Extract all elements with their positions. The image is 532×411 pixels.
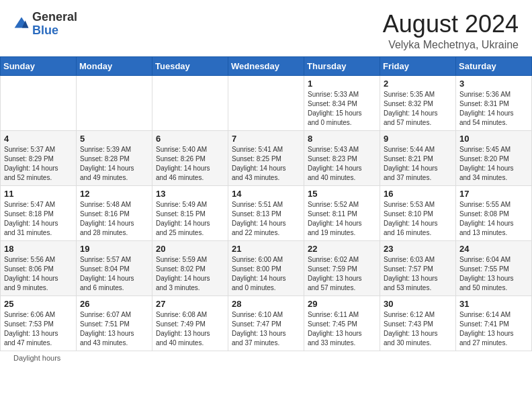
calendar-week-row: 11Sunrise: 5:47 AM Sunset: 8:18 PM Dayli… [1, 185, 532, 240]
calendar-day-cell: 13Sunrise: 5:49 AM Sunset: 8:15 PM Dayli… [152, 185, 228, 240]
calendar-day-cell: 18Sunrise: 5:56 AM Sunset: 8:06 PM Dayli… [1, 240, 77, 295]
day-info: Sunrise: 5:59 AM Sunset: 8:02 PM Dayligh… [156, 255, 224, 293]
calendar-day-cell: 15Sunrise: 5:52 AM Sunset: 8:11 PM Dayli… [304, 185, 380, 240]
day-info: Sunrise: 6:12 AM Sunset: 7:43 PM Dayligh… [384, 310, 452, 348]
day-number: 23 [384, 244, 452, 254]
day-info: Sunrise: 5:48 AM Sunset: 8:16 PM Dayligh… [80, 200, 148, 238]
day-number: 8 [308, 134, 376, 144]
day-info: Sunrise: 5:47 AM Sunset: 8:18 PM Dayligh… [4, 200, 73, 238]
calendar-day-cell: 6Sunrise: 5:40 AM Sunset: 8:26 PM Daylig… [152, 130, 228, 185]
calendar-table: SundayMondayTuesdayWednesdayThursdayFrid… [0, 56, 532, 351]
day-number: 28 [232, 299, 300, 309]
logo-general-text: General [32, 10, 77, 24]
calendar-week-row: 1Sunrise: 5:33 AM Sunset: 8:34 PM Daylig… [1, 75, 532, 130]
day-number: 6 [156, 134, 224, 144]
day-number: 13 [156, 189, 224, 199]
day-info: Sunrise: 5:57 AM Sunset: 8:04 PM Dayligh… [80, 255, 148, 293]
day-number: 26 [80, 299, 148, 309]
day-info: Sunrise: 6:14 AM Sunset: 7:41 PM Dayligh… [459, 310, 528, 348]
day-number: 16 [384, 189, 452, 199]
calendar-day-cell: 19Sunrise: 5:57 AM Sunset: 8:04 PM Dayli… [77, 240, 152, 295]
day-number: 24 [459, 244, 528, 254]
day-info: Sunrise: 5:41 AM Sunset: 8:25 PM Dayligh… [232, 145, 300, 183]
day-number: 17 [459, 189, 528, 199]
calendar-day-header: Monday [77, 56, 152, 75]
day-info: Sunrise: 5:43 AM Sunset: 8:23 PM Dayligh… [308, 145, 376, 183]
calendar-day-cell: 30Sunrise: 6:12 AM Sunset: 7:43 PM Dayli… [380, 295, 456, 351]
day-number: 30 [384, 299, 452, 309]
calendar-day-cell: 21Sunrise: 6:00 AM Sunset: 8:00 PM Dayli… [228, 240, 304, 295]
location-subtitle: Velyka Mechetnya, Ukraine [383, 39, 519, 51]
day-info: Sunrise: 5:44 AM Sunset: 8:21 PM Dayligh… [384, 145, 452, 183]
day-info: Sunrise: 5:55 AM Sunset: 8:08 PM Dayligh… [459, 200, 528, 238]
calendar-day-cell: 8Sunrise: 5:43 AM Sunset: 8:23 PM Daylig… [304, 130, 380, 185]
calendar-header-row: SundayMondayTuesdayWednesdayThursdayFrid… [1, 56, 532, 75]
logo-icon [13, 16, 30, 32]
day-number: 9 [384, 134, 452, 144]
calendar-day-cell: 1Sunrise: 5:33 AM Sunset: 8:34 PM Daylig… [304, 75, 380, 130]
page-header: General Blue August 2024 Velyka Mechetny… [0, 0, 532, 56]
day-number: 22 [308, 244, 376, 254]
day-number: 11 [4, 189, 73, 199]
day-info: Sunrise: 6:04 AM Sunset: 7:55 PM Dayligh… [459, 255, 528, 293]
day-info: Sunrise: 6:11 AM Sunset: 7:45 PM Dayligh… [308, 310, 376, 348]
calendar-day-header: Tuesday [152, 56, 228, 75]
calendar-week-row: 25Sunrise: 6:06 AM Sunset: 7:53 PM Dayli… [1, 295, 532, 351]
day-number: 5 [80, 134, 148, 144]
day-number: 10 [459, 134, 528, 144]
calendar-day-cell [1, 75, 77, 130]
day-info: Sunrise: 5:37 AM Sunset: 8:29 PM Dayligh… [4, 145, 73, 183]
calendar-day-cell [152, 75, 228, 130]
title-block: August 2024 Velyka Mechetnya, Ukraine [383, 11, 519, 51]
day-number: 29 [308, 299, 376, 309]
day-info: Sunrise: 5:39 AM Sunset: 8:28 PM Dayligh… [80, 145, 148, 183]
calendar-day-cell: 12Sunrise: 5:48 AM Sunset: 8:16 PM Dayli… [77, 185, 152, 240]
calendar-day-cell: 24Sunrise: 6:04 AM Sunset: 7:55 PM Dayli… [456, 240, 532, 295]
calendar-day-cell: 9Sunrise: 5:44 AM Sunset: 8:21 PM Daylig… [380, 130, 456, 185]
calendar-day-header: Sunday [1, 56, 77, 75]
calendar-day-cell: 4Sunrise: 5:37 AM Sunset: 8:29 PM Daylig… [1, 130, 77, 185]
calendar-day-cell: 26Sunrise: 6:07 AM Sunset: 7:51 PM Dayli… [77, 295, 152, 351]
day-info: Sunrise: 6:08 AM Sunset: 7:49 PM Dayligh… [156, 310, 224, 348]
day-info: Sunrise: 5:53 AM Sunset: 8:10 PM Dayligh… [384, 200, 452, 238]
calendar-day-cell: 16Sunrise: 5:53 AM Sunset: 8:10 PM Dayli… [380, 185, 456, 240]
calendar-week-row: 18Sunrise: 5:56 AM Sunset: 8:06 PM Dayli… [1, 240, 532, 295]
calendar-day-header: Thursday [304, 56, 380, 75]
day-number: 12 [80, 189, 148, 199]
day-number: 2 [384, 79, 452, 89]
calendar-day-header: Saturday [456, 56, 532, 75]
calendar-day-cell: 17Sunrise: 5:55 AM Sunset: 8:08 PM Dayli… [456, 185, 532, 240]
calendar-day-cell: 11Sunrise: 5:47 AM Sunset: 8:18 PM Dayli… [1, 185, 77, 240]
day-info: Sunrise: 5:40 AM Sunset: 8:26 PM Dayligh… [156, 145, 224, 183]
day-number: 19 [80, 244, 148, 254]
calendar-day-cell: 7Sunrise: 5:41 AM Sunset: 8:25 PM Daylig… [228, 130, 304, 185]
calendar-day-header: Wednesday [228, 56, 304, 75]
day-info: Sunrise: 5:33 AM Sunset: 8:34 PM Dayligh… [308, 90, 376, 128]
logo: General Blue [13, 11, 77, 38]
day-info: Sunrise: 5:52 AM Sunset: 8:11 PM Dayligh… [308, 200, 376, 238]
calendar-day-cell: 25Sunrise: 6:06 AM Sunset: 7:53 PM Dayli… [1, 295, 77, 351]
day-info: Sunrise: 6:03 AM Sunset: 7:57 PM Dayligh… [384, 255, 452, 293]
day-info: Sunrise: 6:07 AM Sunset: 7:51 PM Dayligh… [80, 310, 148, 348]
calendar-day-header: Friday [380, 56, 456, 75]
day-info: Sunrise: 6:02 AM Sunset: 7:59 PM Dayligh… [308, 255, 376, 293]
calendar-day-cell: 20Sunrise: 5:59 AM Sunset: 8:02 PM Dayli… [152, 240, 228, 295]
day-number: 21 [232, 244, 300, 254]
day-number: 15 [308, 189, 376, 199]
day-info: Sunrise: 5:45 AM Sunset: 8:20 PM Dayligh… [459, 145, 528, 183]
calendar-week-row: 4Sunrise: 5:37 AM Sunset: 8:29 PM Daylig… [1, 130, 532, 185]
day-number: 4 [4, 134, 73, 144]
calendar-day-cell: 31Sunrise: 6:14 AM Sunset: 7:41 PM Dayli… [456, 295, 532, 351]
calendar-day-cell: 10Sunrise: 5:45 AM Sunset: 8:20 PM Dayli… [456, 130, 532, 185]
calendar-day-cell: 27Sunrise: 6:08 AM Sunset: 7:49 PM Dayli… [152, 295, 228, 351]
day-info: Sunrise: 5:49 AM Sunset: 8:15 PM Dayligh… [156, 200, 224, 238]
day-number: 31 [459, 299, 528, 309]
calendar-day-cell: 23Sunrise: 6:03 AM Sunset: 7:57 PM Dayli… [380, 240, 456, 295]
day-info: Sunrise: 5:56 AM Sunset: 8:06 PM Dayligh… [4, 255, 73, 293]
day-info: Sunrise: 6:10 AM Sunset: 7:47 PM Dayligh… [232, 310, 300, 348]
month-year-title: August 2024 [383, 11, 519, 38]
day-number: 14 [232, 189, 300, 199]
day-number: 25 [4, 299, 73, 309]
day-info: Sunrise: 6:06 AM Sunset: 7:53 PM Dayligh… [4, 310, 73, 348]
calendar-day-cell [77, 75, 152, 130]
